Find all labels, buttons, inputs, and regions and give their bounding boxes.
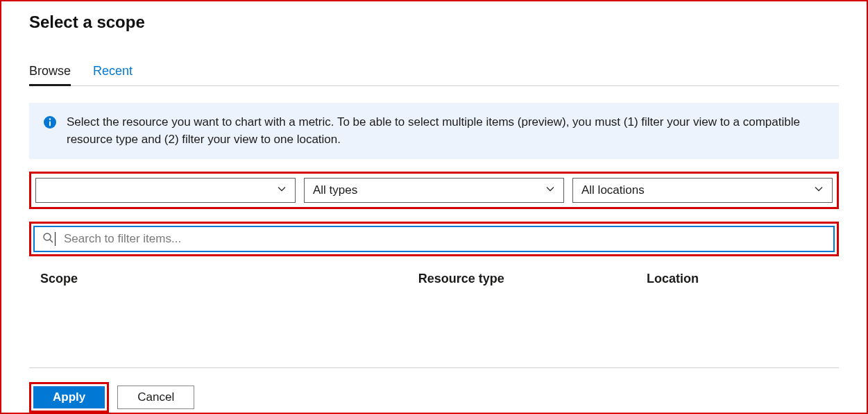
dialog-title: Select a scope [29, 13, 839, 32]
search-focus-ring [33, 226, 835, 252]
column-header-location: Location [647, 272, 828, 286]
resource-type-dropdown-value: All types [313, 183, 545, 197]
search-box[interactable] [35, 228, 833, 250]
info-text: Select the resource you want to chart wi… [67, 114, 825, 148]
chevron-down-icon [277, 183, 287, 197]
tab-recent[interactable]: Recent [93, 60, 133, 85]
select-scope-dialog: Select a scope Browse Recent Select the … [1, 13, 867, 414]
chevron-down-icon [545, 183, 555, 197]
subscription-dropdown[interactable] [35, 178, 296, 203]
svg-point-3 [44, 233, 51, 240]
column-header-resource-type: Resource type [418, 272, 647, 286]
search-icon [42, 232, 53, 246]
location-dropdown[interactable]: All locations [572, 178, 833, 203]
svg-line-4 [50, 240, 53, 242]
column-header-scope: Scope [40, 272, 418, 286]
svg-rect-1 [49, 122, 51, 126]
info-icon [43, 115, 57, 132]
info-banner: Select the resource you want to chart wi… [29, 103, 839, 159]
search-input[interactable] [64, 232, 826, 246]
table-header-row: Scope Resource type Location [29, 269, 839, 289]
svg-point-2 [49, 118, 51, 120]
location-dropdown-value: All locations [581, 183, 814, 197]
dialog-footer: Apply Cancel [29, 367, 839, 413]
resource-type-dropdown[interactable]: All types [304, 178, 564, 203]
tab-browse[interactable]: Browse [29, 60, 71, 85]
apply-highlight: Apply [29, 382, 109, 413]
search-highlight [29, 222, 839, 256]
text-cursor [55, 232, 56, 246]
apply-button[interactable]: Apply [33, 386, 105, 408]
chevron-down-icon [814, 183, 824, 197]
filters-row: All types All locations [29, 172, 839, 209]
cancel-button[interactable]: Cancel [117, 386, 194, 409]
tab-strip: Browse Recent [29, 60, 839, 86]
